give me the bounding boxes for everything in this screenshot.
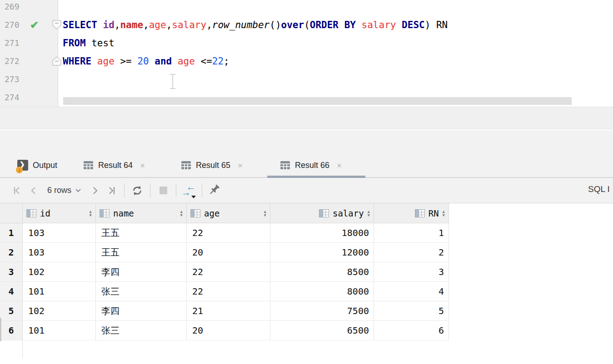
sort-arrows-icon[interactable]: ▲▼ — [443, 210, 445, 217]
table-cell[interactable]: 3 — [374, 262, 449, 282]
line-number: 273 — [5, 70, 25, 89]
editor-line[interactable]: 273 — [0, 70, 613, 89]
column-header-id[interactable]: id▲▼ — [23, 203, 96, 223]
table-cell[interactable]: 22 — [187, 262, 270, 282]
table-cell[interactable]: 5 — [374, 301, 449, 321]
tab-output[interactable]: ❯↓Output — [17, 157, 57, 173]
editor-line[interactable]: 271FROM test — [0, 34, 613, 52]
table-icon — [83, 161, 94, 170]
table-cell[interactable]: 7500 — [270, 301, 374, 321]
table-cell[interactable]: 22 — [187, 223, 270, 243]
column-icon — [319, 209, 329, 217]
editor-line[interactable]: 272WHERE age >= 20 and age <=22; — [0, 52, 613, 70]
stop-button[interactable] — [155, 182, 171, 199]
table-cell[interactable]: 6 — [374, 321, 449, 340]
table-cell[interactable]: 李四 — [96, 301, 187, 321]
code-token: , — [115, 20, 120, 30]
previous-page-button[interactable] — [25, 182, 42, 199]
editor-bottom-strip — [0, 107, 613, 129]
sort-arrows-icon[interactable]: ▲▼ — [90, 210, 92, 217]
table-row[interactable]: 6101张三2065006 — [0, 321, 449, 340]
column-header-age[interactable]: age▲▼ — [187, 203, 270, 223]
table-cell[interactable]: 20 — [187, 321, 270, 340]
table-cell[interactable]: 101 — [23, 321, 96, 340]
table-cell[interactable]: 8500 — [270, 262, 374, 282]
sort-arrows-icon[interactable]: ▲▼ — [180, 210, 183, 217]
table-cell[interactable]: 张三 — [96, 321, 187, 340]
editor-line[interactable]: 270✔SELECT id,name,age,salary,row_number… — [0, 16, 613, 34]
code-token: salary — [172, 20, 206, 30]
sql-mode-label[interactable]: SQL I — [588, 184, 610, 194]
table-cell[interactable]: 1 — [374, 223, 449, 243]
active-tab-underline — [267, 176, 365, 178]
line-number: 274 — [5, 89, 25, 107]
sort-arrows-icon[interactable]: ▲▼ — [368, 210, 370, 217]
tab-label: Result 65 — [196, 161, 230, 170]
previous-page-icon — [29, 186, 38, 196]
column-icon — [100, 209, 110, 217]
table-row[interactable]: 2103王五20120002 — [0, 243, 449, 262]
page-size-dropdown[interactable]: 6 rows — [45, 182, 84, 199]
code-token: DESC — [402, 20, 425, 30]
first-page-button[interactable] — [9, 182, 25, 199]
close-icon[interactable]: × — [140, 161, 145, 170]
code-token: RN — [436, 20, 448, 30]
reload-page-button[interactable] — [129, 182, 145, 199]
pin-tab-button[interactable] — [207, 182, 223, 199]
column-header-name[interactable]: name▲▼ — [96, 203, 187, 223]
code-token: ; — [224, 56, 229, 67]
column-icon — [26, 209, 36, 217]
compare-arrows-icon: ←→ — [181, 184, 197, 197]
results-panel: ❯↓OutputResult 64×Result 65×Result 66× 6… — [0, 130, 613, 364]
sql-editor[interactable]: 269270✔SELECT id,name,age,salary,row_num… — [0, 0, 613, 107]
result-table[interactable]: id▲▼name▲▼age▲▼salary▲▼RN▲▼ 1103王五221800… — [0, 203, 449, 340]
code-token: FROM — [63, 38, 91, 49]
table-cell[interactable]: 王五 — [96, 243, 187, 262]
fold-marker-up-icon[interactable] — [51, 56, 62, 69]
close-icon[interactable]: × — [238, 161, 243, 170]
line-number: 270 — [5, 16, 25, 34]
table-row[interactable]: 5102李四2175005 — [0, 301, 449, 321]
editor-horizontal-scrollbar[interactable] — [63, 97, 572, 105]
close-icon[interactable]: × — [337, 161, 342, 170]
table-cell[interactable]: 103 — [23, 223, 96, 243]
table-cell[interactable]: 102 — [23, 262, 96, 282]
code-token: <= — [195, 56, 212, 67]
table-cell[interactable]: 4 — [374, 282, 449, 301]
table-cell[interactable]: 李四 — [96, 262, 187, 282]
sort-arrows-icon[interactable]: ▲▼ — [264, 210, 266, 217]
column-label: id — [40, 208, 50, 218]
table-row[interactable]: 1103王五22180001 — [0, 223, 449, 243]
tab-result-65[interactable]: Result 65× — [181, 157, 243, 173]
next-page-icon — [90, 186, 100, 196]
table-cell[interactable]: 2 — [374, 243, 449, 262]
row-number-cell: 2 — [0, 243, 23, 262]
table-cell[interactable]: 103 — [23, 243, 96, 262]
pin-icon — [209, 184, 221, 197]
table-cell[interactable]: 8000 — [270, 282, 374, 301]
column-header-RN[interactable]: RN▲▼ — [374, 203, 449, 223]
table-cell[interactable]: 18000 — [270, 223, 374, 243]
tab-result-66[interactable]: Result 66× — [280, 157, 342, 173]
table-cell[interactable]: 20 — [187, 243, 270, 262]
tab-result-64[interactable]: Result 64× — [83, 157, 145, 173]
column-header-salary[interactable]: salary▲▼ — [270, 203, 374, 223]
table-cell[interactable]: 张三 — [96, 282, 187, 301]
table-row[interactable]: 4101张三2280004 — [0, 282, 449, 301]
vertical-scrollbar-thumb[interactable] — [0, 318, 1, 341]
table-cell[interactable]: 101 — [23, 282, 96, 301]
table-cell[interactable]: 王五 — [96, 223, 187, 243]
table-cell[interactable]: 12000 — [270, 243, 374, 262]
table-cell[interactable]: 102 — [23, 301, 96, 321]
table-row[interactable]: 3102李四2285003 — [0, 262, 449, 282]
last-page-button[interactable] — [103, 182, 120, 199]
table-cell[interactable]: 6500 — [270, 321, 374, 340]
table-cell[interactable]: 22 — [187, 282, 270, 301]
compare-data-button[interactable]: ←→ — [181, 182, 197, 199]
fold-marker-down-icon[interactable] — [51, 20, 62, 32]
table-cell[interactable]: 21 — [187, 301, 270, 321]
next-page-button[interactable] — [87, 182, 103, 199]
table-icon — [181, 161, 191, 170]
editor-line[interactable]: 269 — [0, 0, 613, 16]
row-number-cell: 4 — [0, 282, 23, 301]
